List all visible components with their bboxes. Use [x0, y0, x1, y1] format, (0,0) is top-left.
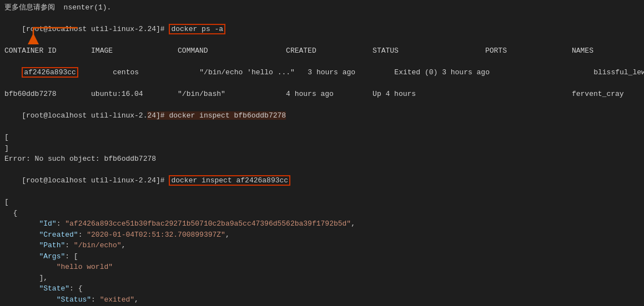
json-args-item: "hello world" — [4, 262, 640, 273]
json-created: "Created": "2020-01-04T02:51:32.70089939… — [4, 230, 640, 241]
json-id: "Id": "af2426a893cce51b30fbac29271b50710… — [4, 218, 640, 230]
json-status: "Status": "exited", — [4, 294, 640, 305]
prompt-prefix-3: [root@localhost util-linux-2.24]# — [22, 176, 169, 185]
line-info: 更多信息请参阅 nsenter(1). — [4, 2, 640, 13]
line-docker-inspect-err: [root@localhost util-linux-2.24]# docker… — [4, 100, 640, 132]
json-args-close: ], — [4, 273, 640, 284]
cmd-box-docker-ps: docker ps -a — [169, 24, 225, 34]
table-row-1: af2426a893cc centos "/bin/echo 'hello ..… — [4, 57, 640, 89]
row-1-rest: centos "/bin/echo 'hello ..." 3 hours ag… — [78, 68, 644, 76]
line-docker-ps: [root@localhost util-linux-2.24]# docker… — [4, 13, 640, 46]
json-path: "Path": "/bin/echo", — [4, 240, 640, 251]
line-error: Error: No such object: bfb6oddb7278 — [4, 154, 640, 165]
cmd-box-inspect: docker inspect af2426a893cc — [169, 175, 290, 186]
terminal: 更多信息请参阅 nsenter(1). [root@localhost util… — [0, 0, 644, 306]
table-header: CONTAINER ID IMAGE COMMAND CREATED STATU… — [4, 45, 640, 57]
line-close-bracket: ] — [4, 143, 640, 154]
prompt-prefix: [root@localhost util-linux-2.24]# — [22, 25, 169, 33]
prompt-prefix-2: [root@localhost util-linux-2. — [22, 111, 147, 120]
container-id-highlight: af2426a893cc — [22, 67, 78, 78]
json-obj-open: { — [4, 208, 640, 219]
table-row-2: bfb60ddb7278 ubuntu:16.04 "/bin/bash" 4 … — [4, 89, 640, 100]
json-state-open: "State": { — [4, 283, 640, 294]
line-docker-inspect-af: [root@localhost util-linux-2.24]# docker… — [4, 165, 640, 197]
json-array-open: [ — [4, 197, 640, 208]
json-args-open: "Args": [ — [4, 251, 640, 262]
prompt-middle: 24]# docker inspect bfb6oddb7278 — [147, 111, 286, 120]
line-open-bracket: [ — [4, 132, 640, 143]
